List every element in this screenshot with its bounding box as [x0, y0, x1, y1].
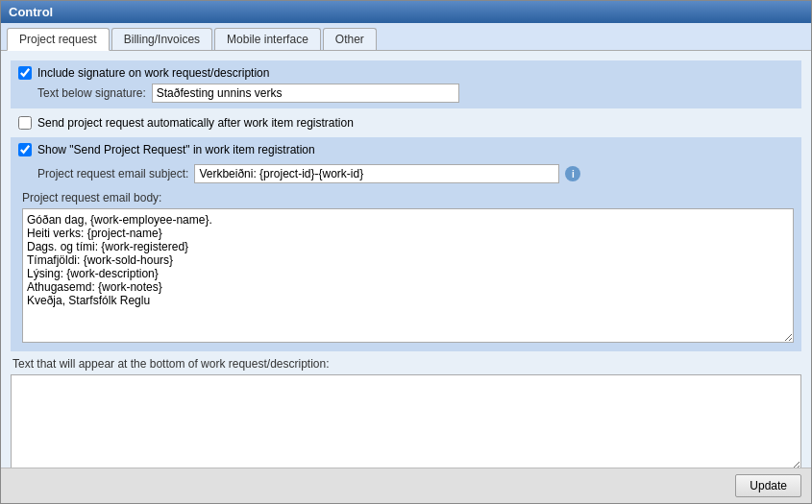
title-bar: Control	[1, 1, 811, 23]
tab-project-request[interactable]: Project request	[7, 28, 110, 51]
info-icon[interactable]: i	[565, 166, 580, 181]
show-send-project-request-section: Show "Send Project Request" in work item…	[11, 137, 801, 351]
tabs-bar: Project request Billing/Invoices Mobile …	[1, 23, 811, 51]
footer: Update	[1, 468, 811, 503]
main-window: Control Project request Billing/Invoices…	[0, 0, 812, 504]
tab-other[interactable]: Other	[323, 28, 377, 50]
include-signature-section: Include signature on work request/descri…	[11, 60, 801, 108]
send-project-request-section: Send project request automatically after…	[11, 110, 801, 135]
bottom-text-label: Text that will appear at the bottom of w…	[11, 357, 801, 371]
show-send-project-request-label: Show "Send Project Request" in work item…	[37, 143, 315, 156]
include-signature-checkbox[interactable]	[18, 66, 32, 80]
include-signature-checkbox-row: Include signature on work request/descri…	[18, 66, 794, 80]
text-below-signature-label: Text below signature:	[37, 86, 146, 100]
content-area: Include signature on work request/descri…	[1, 51, 811, 468]
email-subject-label: Project request email subject:	[37, 167, 188, 180]
send-project-request-checkbox[interactable]	[18, 116, 32, 130]
bottom-text-textarea[interactable]	[11, 374, 801, 468]
bottom-text-section: Text that will appear at the bottom of w…	[11, 353, 801, 468]
show-send-project-request-checkbox-row: Show "Send Project Request" in work item…	[18, 143, 794, 156]
email-subject-input[interactable]	[194, 164, 559, 183]
show-send-project-request-checkbox[interactable]	[18, 143, 32, 156]
update-button[interactable]: Update	[735, 474, 801, 497]
text-below-signature-input[interactable]	[152, 84, 459, 103]
send-project-request-label: Send project request automatically after…	[37, 116, 354, 130]
email-subject-field: Project request email subject: i	[18, 164, 794, 183]
text-below-signature-field: Text below signature:	[18, 84, 794, 103]
include-signature-label: Include signature on work request/descri…	[37, 66, 269, 80]
send-project-request-checkbox-row: Send project request automatically after…	[18, 116, 794, 130]
window-title: Control	[9, 5, 53, 19]
email-body-label: Project request email body:	[22, 191, 794, 204]
tab-mobile-interface[interactable]: Mobile interface	[214, 28, 321, 50]
email-body-section: Project request email body: Góðan dag, {…	[18, 191, 794, 346]
email-body-textarea[interactable]: Góðan dag, {work-employee-name}. Heiti v…	[22, 208, 794, 343]
tab-billing-invoices[interactable]: Billing/Invoices	[111, 28, 212, 50]
